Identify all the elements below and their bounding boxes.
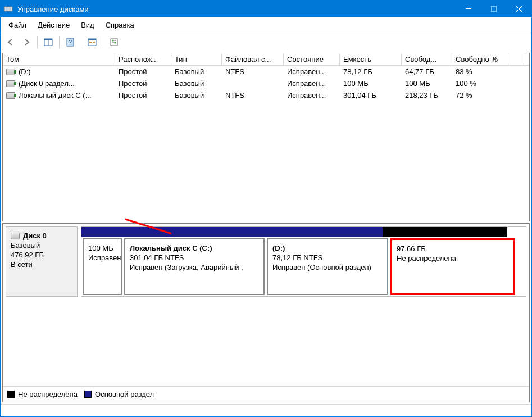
svg-rect-15	[93, 42, 95, 43]
volume-status: Исправен...	[284, 66, 340, 78]
disk-info[interactable]: Диск 0 Базовый 476,92 ГБ В сети	[6, 226, 78, 297]
partition-line2: Исправен (Основной раздел)	[272, 263, 383, 271]
disk-layout-pane: Диск 0 Базовый 476,92 ГБ В сети 100 МБИс…	[2, 223, 530, 402]
titlebar[interactable]: Управление дисками	[1, 1, 531, 17]
close-button[interactable]	[506, 1, 531, 17]
partition-bar-segment	[81, 227, 121, 237]
col-volume[interactable]: Том	[3, 53, 115, 65]
panel-view-icon[interactable]	[42, 35, 55, 49]
volume-capacity: 301,04 ГБ	[340, 89, 402, 101]
partition-line1: 78,12 ГБ NTFS	[272, 253, 383, 262]
partition-line2: Не распределена	[397, 254, 509, 262]
toolbar: ?	[1, 33, 531, 51]
toolbar-separator	[81, 36, 81, 48]
partition-line1: 100 МБ	[88, 244, 116, 252]
volume-icon	[6, 80, 15, 87]
volume-row[interactable]: Локальный диск C (...ПростойБазовыйNTFSИ…	[3, 89, 529, 101]
col-fs[interactable]: Файловая с...	[222, 53, 284, 65]
legend-swatch-primary	[84, 391, 92, 398]
volume-free: 218,23 ГБ	[402, 89, 452, 101]
menu-view[interactable]: Вид	[75, 19, 100, 31]
minimize-button[interactable]	[456, 1, 481, 17]
volume-type: Базовый	[171, 78, 222, 89]
volume-free: 100 МБ	[402, 78, 452, 89]
app-icon	[1, 4, 16, 13]
partitions-grid: 100 МБИсправенЛокальный диск C (C:)301,0…	[81, 237, 526, 296]
volume-fs	[222, 78, 284, 89]
legend: Не распределена Основной раздел	[3, 386, 529, 402]
legend-primary: Основной раздел	[95, 390, 154, 398]
partition[interactable]: (D:)78,12 ГБ NTFSИсправен (Основной разд…	[267, 238, 388, 295]
window: Управление дисками Файл Действие Вид Спр…	[0, 0, 532, 417]
col-free[interactable]: Свобод...	[402, 53, 452, 65]
help-icon[interactable]: ?	[63, 35, 77, 49]
toolbar-separator	[37, 36, 38, 48]
svg-rect-4	[491, 6, 497, 12]
volume-name: (Диск 0 раздел...	[19, 79, 75, 88]
svg-point-20	[115, 42, 116, 43]
volume-freepct: 72 %	[452, 89, 508, 101]
svg-rect-1	[6, 8, 11, 8]
volume-name: Локальный диск C (...	[19, 91, 92, 99]
disk-size: 476,92 ГБ	[11, 251, 72, 259]
disk-type: Базовый	[11, 241, 72, 250]
col-layout[interactable]: Располож...	[115, 53, 171, 65]
partition[interactable]: Локальный диск C (C:)301,04 ГБ NTFSИспра…	[124, 238, 265, 295]
volume-icon	[6, 92, 15, 99]
svg-rect-13	[88, 39, 96, 40]
disk-list-icon[interactable]	[85, 35, 99, 49]
col-freepct[interactable]: Свободно %	[452, 53, 508, 65]
partition[interactable]: 100 МБИсправен	[83, 238, 122, 295]
volume-layout: Простой	[115, 78, 171, 89]
disk-label: Диск 0	[23, 232, 47, 240]
svg-rect-2	[6, 10, 11, 10]
volume-fs: NTFS	[222, 89, 284, 101]
col-capacity[interactable]: Емкость	[340, 53, 402, 65]
volume-freepct: 83 %	[452, 66, 508, 78]
svg-point-18	[112, 39, 114, 41]
svg-rect-16	[111, 39, 117, 46]
properties-icon[interactable]	[107, 35, 121, 49]
col-status[interactable]: Состояние	[284, 53, 340, 65]
maximize-button[interactable]	[481, 1, 506, 17]
partition-color-bar	[81, 227, 526, 237]
volume-layout: Простой	[115, 66, 171, 78]
svg-rect-8	[44, 39, 52, 40]
legend-swatch-unallocated	[7, 391, 15, 398]
volume-name: (D:)	[19, 67, 31, 76]
menu-action[interactable]: Действие	[32, 19, 75, 31]
disk-row: Диск 0 Базовый 476,92 ГБ В сети 100 МБИс…	[3, 224, 529, 300]
menubar: Файл Действие Вид Справка	[1, 17, 531, 33]
volume-row[interactable]: (D:)ПростойБазовыйNTFSИсправен...78,12 Г…	[3, 66, 529, 78]
partition-line2: Исправен	[88, 253, 116, 262]
menu-file[interactable]: Файл	[3, 19, 32, 31]
partition-bar-segment	[261, 227, 383, 237]
svg-rect-14	[89, 42, 92, 43]
back-button[interactable]	[4, 35, 17, 49]
partition-title: (D:)	[272, 244, 383, 252]
menu-help[interactable]: Справка	[100, 19, 140, 31]
volume-icon	[6, 69, 15, 75]
volume-status: Исправен...	[284, 89, 340, 101]
volume-type: Базовый	[171, 89, 222, 101]
partition-bar-segment	[121, 227, 261, 237]
svg-text:?: ?	[69, 39, 72, 46]
volumes-list: Том Располож... Тип Файловая с... Состоя…	[2, 53, 530, 221]
volume-capacity: 100 МБ	[340, 78, 402, 89]
volume-status: Исправен...	[284, 78, 340, 89]
volumes-rows: (D:)ПростойБазовыйNTFSИсправен...78,12 Г…	[3, 66, 529, 221]
partition-bar-segment	[383, 227, 507, 237]
volumes-header: Том Располож... Тип Файловая с... Состоя…	[3, 53, 529, 66]
volume-capacity: 78,12 ГБ	[340, 66, 402, 78]
volume-row[interactable]: (Диск 0 раздел...ПростойБазовыйИсправен.…	[3, 78, 529, 89]
col-spacer	[508, 53, 525, 65]
partition-line2: Исправен (Загрузка, Аварийный ,	[130, 263, 259, 271]
volume-layout: Простой	[115, 89, 171, 101]
col-type[interactable]: Тип	[171, 53, 222, 65]
forward-button[interactable]	[20, 35, 33, 49]
toolbar-separator	[59, 36, 60, 48]
partition-unallocated[interactable]: 97,66 ГБНе распределена	[390, 238, 515, 295]
volume-free: 64,77 ГБ	[402, 66, 452, 78]
legend-unallocated: Не распределена	[18, 390, 78, 398]
disk-partitions: 100 МБИсправенЛокальный диск C (C:)301,0…	[81, 226, 526, 297]
